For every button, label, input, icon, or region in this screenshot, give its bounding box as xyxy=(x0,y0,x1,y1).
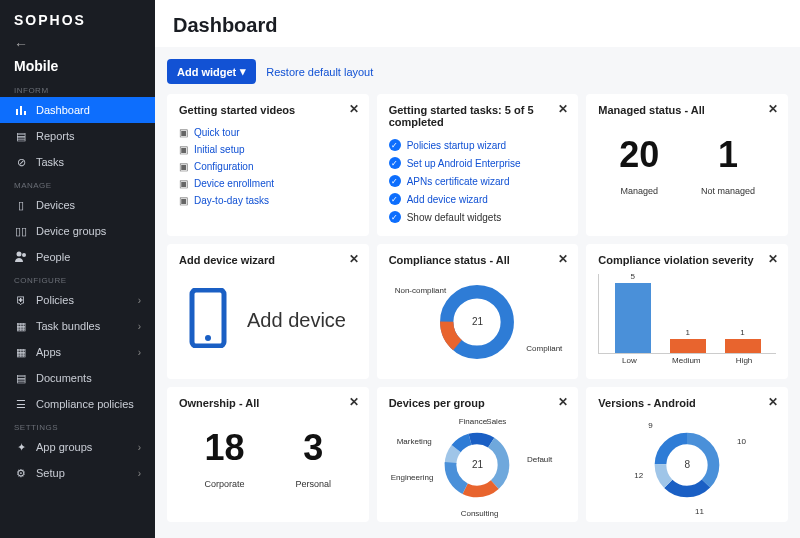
task-item[interactable]: ✓Policies startup wizard xyxy=(389,136,567,154)
nav-label: Policies xyxy=(36,294,74,306)
close-icon[interactable]: ✕ xyxy=(349,102,359,116)
add-widget-label: Add widget xyxy=(177,66,236,78)
nav-label: Task bundles xyxy=(36,320,100,332)
widget-compliance-status: Compliance status - All ✕ 21 Non-complia… xyxy=(377,244,579,379)
main: Dashboard Add widget▾ Restore default la… xyxy=(155,0,800,538)
task-label: Show default widgets xyxy=(407,212,502,223)
video-link[interactable]: ▣Quick tour xyxy=(179,124,357,141)
sidebar-item-dashboard[interactable]: Dashboard xyxy=(0,97,155,123)
widget-ownership: Ownership - All ✕ 18Corporate 3Personal xyxy=(167,387,369,522)
chevron-right-icon: › xyxy=(138,321,141,332)
sidebar-item-compliance-policies[interactable]: ☰Compliance policies xyxy=(0,391,155,417)
chart-label: Consulting xyxy=(461,509,499,518)
sidebar-item-devices[interactable]: ▯Devices xyxy=(0,192,155,218)
sidebar-item-people[interactable]: People xyxy=(0,244,155,270)
chart-label: 11 xyxy=(695,507,704,516)
widget-add-device[interactable]: Add device wizard ✕ Add device xyxy=(167,244,369,379)
nav-label: Dashboard xyxy=(36,104,90,116)
chevron-right-icon: › xyxy=(138,442,141,453)
close-icon[interactable]: ✕ xyxy=(558,395,568,409)
sidebar-item-setup[interactable]: ⚙Setup› xyxy=(0,460,155,486)
app-groups-icon: ✦ xyxy=(14,440,28,454)
bar-label: High xyxy=(736,356,752,365)
task-item[interactable]: ✓Add device wizard xyxy=(389,190,567,208)
people-icon xyxy=(14,250,28,264)
card-title: Devices per group xyxy=(389,397,567,409)
phone-icon: ▯ xyxy=(14,198,28,212)
sidebar-item-tasks[interactable]: ⊘Tasks xyxy=(0,149,155,175)
card-title: Getting started videos xyxy=(179,104,357,116)
card-title: Ownership - All xyxy=(179,397,357,409)
video-label: Initial setup xyxy=(194,144,245,155)
sidebar-item-app-groups[interactable]: ✦App groups› xyxy=(0,434,155,460)
video-link[interactable]: ▣Initial setup xyxy=(179,141,357,158)
svg-rect-2 xyxy=(24,111,26,115)
sidebar-item-policies[interactable]: ⛨Policies› xyxy=(0,287,155,313)
task-item[interactable]: ✓Show default widgets xyxy=(389,208,567,226)
card-title: Getting started tasks: 5 of 5 completed xyxy=(389,104,567,128)
chart-label: 9 xyxy=(648,421,652,430)
video-icon: ▣ xyxy=(179,178,188,189)
video-link[interactable]: ▣Device enrollment xyxy=(179,175,357,192)
widget-videos: Getting started videos ✕ ▣Quick tour ▣In… xyxy=(167,94,369,236)
corporate-label: Corporate xyxy=(205,479,245,489)
close-icon[interactable]: ✕ xyxy=(558,252,568,266)
check-icon: ✓ xyxy=(389,139,401,151)
video-icon: ▣ xyxy=(179,161,188,172)
shield-icon: ⛨ xyxy=(14,293,28,307)
chart-label: Non-compliant xyxy=(395,286,447,295)
sidebar-item-device-groups[interactable]: ▯▯Device groups xyxy=(0,218,155,244)
sidebar-item-task-bundles[interactable]: ▦Task bundles› xyxy=(0,313,155,339)
video-link[interactable]: ▣Configuration xyxy=(179,158,357,175)
task-item[interactable]: ✓APNs certificate wizard xyxy=(389,172,567,190)
bar-label: Medium xyxy=(672,356,700,365)
card-title: Compliance status - All xyxy=(389,254,567,266)
add-widget-button[interactable]: Add widget▾ xyxy=(167,59,256,84)
phone-icon xyxy=(183,288,233,351)
card-title: Managed status - All xyxy=(598,104,776,116)
widget-versions: Versions - Android ✕ 8 9 10 12 11 xyxy=(586,387,788,522)
grid-icon: ▦ xyxy=(14,319,28,333)
nav-label: Tasks xyxy=(36,156,64,168)
restore-layout-link[interactable]: Restore default layout xyxy=(266,66,373,78)
not-managed-value: 1 xyxy=(701,134,755,176)
personal-value: 3 xyxy=(296,427,332,469)
video-icon: ▣ xyxy=(179,195,188,206)
close-icon[interactable]: ✕ xyxy=(558,102,568,116)
bar-chart-icon xyxy=(14,103,28,117)
list-icon: ☰ xyxy=(14,397,28,411)
bar-label: Low xyxy=(622,356,637,365)
sidebar-item-apps[interactable]: ▦Apps› xyxy=(0,339,155,365)
brand-logo: SOPHOS xyxy=(0,0,155,36)
donut-center: 21 xyxy=(472,459,483,470)
nav-label: Devices xyxy=(36,199,75,211)
close-icon[interactable]: ✕ xyxy=(768,395,778,409)
nav-label: Apps xyxy=(36,346,61,358)
managed-value: 20 xyxy=(619,134,659,176)
task-item[interactable]: ✓Set up Android Enterprise xyxy=(389,154,567,172)
svg-rect-0 xyxy=(16,109,18,115)
apps-icon: ▦ xyxy=(14,345,28,359)
video-link[interactable]: ▣Day-to-day tasks xyxy=(179,192,357,209)
bar-value: 5 xyxy=(631,272,635,281)
corporate-value: 18 xyxy=(205,427,245,469)
card-title: Add device wizard xyxy=(179,254,357,266)
close-icon[interactable]: ✕ xyxy=(349,252,359,266)
video-label: Device enrollment xyxy=(194,178,274,189)
chart-label: Sales xyxy=(486,417,506,426)
sidebar-item-documents[interactable]: ▤Documents xyxy=(0,365,155,391)
chart-label: Marketing xyxy=(397,437,432,446)
check-icon: ✓ xyxy=(389,193,401,205)
close-icon[interactable]: ✕ xyxy=(768,252,778,266)
back-button[interactable]: ← xyxy=(0,36,155,58)
chevron-right-icon: › xyxy=(138,468,141,479)
toolbar: Add widget▾ Restore default layout xyxy=(167,59,788,84)
section-manage: MANAGE xyxy=(0,175,155,192)
phones-icon: ▯▯ xyxy=(14,224,28,238)
not-managed-label: Not managed xyxy=(701,186,755,196)
close-icon[interactable]: ✕ xyxy=(768,102,778,116)
personal-label: Personal xyxy=(296,479,332,489)
sidebar-item-reports[interactable]: ▤Reports xyxy=(0,123,155,149)
severity-bar-chart: 5 1 1 xyxy=(598,274,776,354)
close-icon[interactable]: ✕ xyxy=(349,395,359,409)
